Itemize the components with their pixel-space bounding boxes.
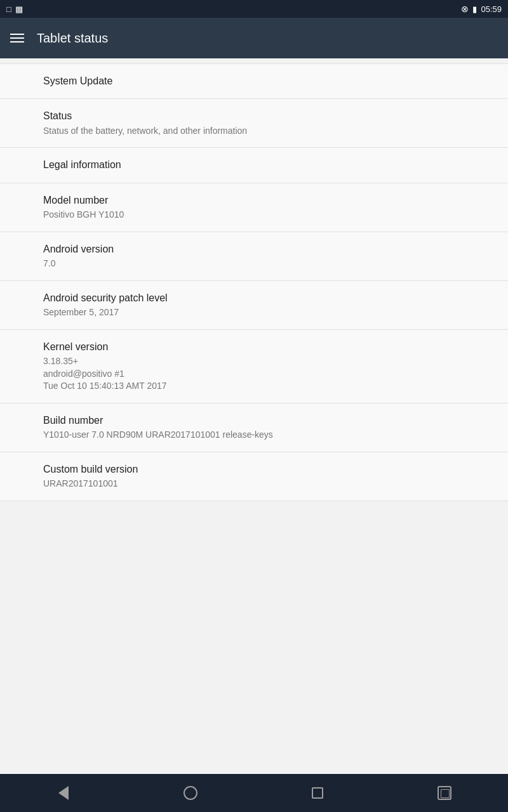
list-item-subtitle-build-number: Y1010-user 7.0 NRD90M URAR2017101001 rel… [43, 429, 465, 442]
image-icon: ▩ [15, 4, 23, 14]
list-item-subtitle-kernel-version: 3.18.35+ android@positivo #1 Tue Oct 10 … [43, 355, 465, 393]
list-item-title-build-number: Build number [43, 414, 465, 428]
settings-list: System Update Status Status of the batte… [0, 58, 508, 774]
screenshot-button[interactable] [419, 774, 470, 812]
list-item-subtitle-custom-build-version: URAR2017101001 [43, 478, 465, 490]
screenshot-icon [438, 786, 451, 800]
battery-icon: ▮ [472, 4, 477, 14]
back-button[interactable] [38, 774, 89, 812]
list-item-title-system-update: System Update [43, 74, 465, 88]
list-item-title-android-version: Android version [43, 242, 465, 256]
list-item-title-legal-information: Legal information [43, 158, 465, 172]
list-item-kernel-version[interactable]: Kernel version 3.18.35+ android@positivo… [0, 330, 508, 403]
list-item-title-status: Status [43, 109, 465, 123]
list-item-build-number[interactable]: Build number Y1010-user 7.0 NRD90M URAR2… [0, 403, 508, 452]
list-item-system-update[interactable]: System Update [0, 63, 508, 99]
list-item-legal-information[interactable]: Legal information [0, 148, 508, 183]
recent-apps-button[interactable] [292, 774, 343, 812]
notification-icon: □ [6, 4, 11, 14]
navigation-bar [0, 774, 508, 812]
status-bar: □ ▩ ⊗ ▮ 05:59 [0, 0, 508, 18]
app-bar: Tablet status [0, 18, 508, 58]
list-item-title-android-security-patch-level: Android security patch level [43, 291, 465, 305]
list-item-title-custom-build-version: Custom build version [43, 462, 465, 476]
list-item-android-security-patch-level[interactable]: Android security patch level September 5… [0, 281, 508, 330]
list-item-android-version[interactable]: Android version 7.0 [0, 232, 508, 281]
list-item-title-model-number: Model number [43, 193, 465, 207]
list-item-model-number[interactable]: Model number Positivo BGH Y1010 [0, 183, 508, 232]
status-bar-right-icons: ⊗ ▮ 05:59 [461, 4, 502, 14]
list-item-title-kernel-version: Kernel version [43, 340, 465, 354]
wifi-icon: ⊗ [461, 4, 469, 14]
list-item-subtitle-android-version: 7.0 [43, 258, 465, 270]
list-item-subtitle-model-number: Positivo BGH Y1010 [43, 209, 465, 221]
page-title: Tablet status [37, 31, 108, 46]
list-item-status[interactable]: Status Status of the battery, network, a… [0, 99, 508, 148]
recent-apps-icon [312, 787, 323, 799]
back-icon [58, 786, 69, 800]
hamburger-menu-button[interactable] [10, 34, 24, 43]
status-bar-left-icons: □ ▩ [6, 4, 23, 14]
clock: 05:59 [481, 4, 502, 14]
home-icon [184, 786, 197, 800]
list-item-subtitle-status: Status of the battery, network, and othe… [43, 125, 465, 138]
home-button[interactable] [165, 774, 216, 812]
list-item-subtitle-android-security-patch-level: September 5, 2017 [43, 306, 465, 319]
list-item-custom-build-version[interactable]: Custom build version URAR2017101001 [0, 452, 508, 501]
